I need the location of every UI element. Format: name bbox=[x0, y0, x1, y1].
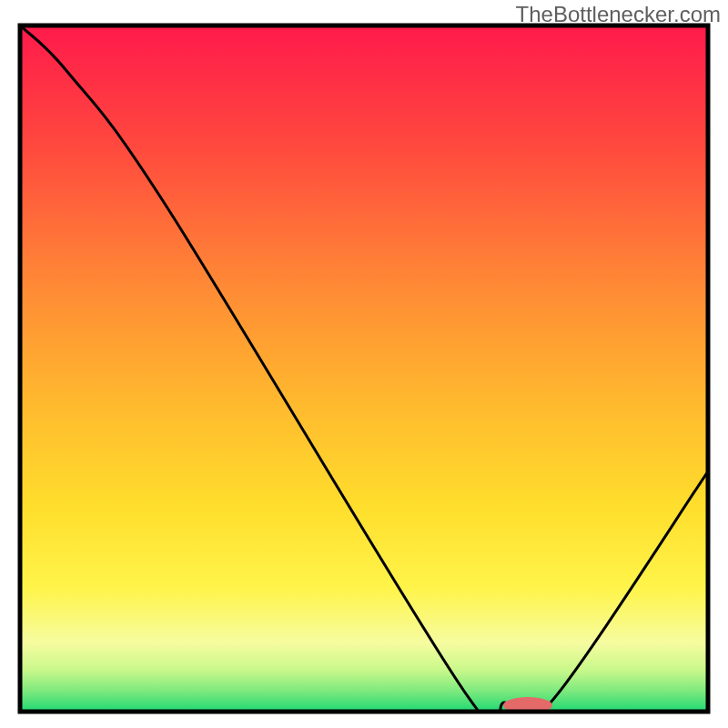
chart-stage: TheBottlenecker.com bbox=[0, 0, 728, 728]
plot-background bbox=[20, 25, 708, 712]
bottleneck-plot bbox=[0, 0, 728, 728]
